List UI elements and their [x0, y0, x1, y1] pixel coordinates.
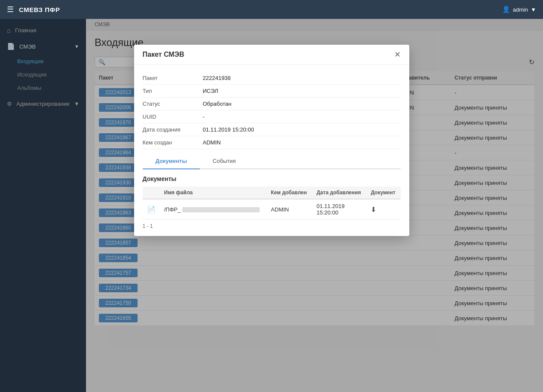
detail-row-status: Статус Обработан	[143, 98, 401, 110]
detail-row-type: Тип ИСЭЛ	[143, 85, 401, 98]
topnav: ☰ СМЕВЗ ПФР 👤 admin ▼	[0, 0, 543, 19]
modal-overlay: Пакет СМЭВ ✕ Пакет 222241938 Тип ИСЭЛ Ст…	[0, 19, 543, 392]
user-name: admin	[513, 6, 528, 13]
pagination-info: 1 - 1	[143, 223, 401, 229]
docs-section: Документы Имя файла Кем добавлен Дата до…	[143, 169, 401, 229]
detail-row-created-by: Кем создан ADMIN	[143, 136, 401, 149]
detail-status-value: Обработан	[203, 101, 232, 107]
docs-section-title: Документы	[143, 175, 401, 182]
doc-addedby: ADMIN	[267, 199, 312, 220]
detail-row-uuid: UUID -	[143, 110, 401, 123]
docs-col-icon	[143, 187, 160, 199]
modal-body: Пакет 222241938 Тип ИСЭЛ Статус Обработа…	[134, 65, 409, 236]
doc-row: 📄 /ПФР_ ADMIN 01.11.201915:20:00 ⬇	[143, 199, 401, 220]
modal-close-button[interactable]: ✕	[394, 51, 401, 58]
detail-uuid-value: -	[203, 113, 205, 120]
doc-filename: /ПФР_	[160, 199, 267, 220]
modal-dialog: Пакет СМЭВ ✕ Пакет 222241938 Тип ИСЭЛ Ст…	[134, 45, 409, 236]
docs-col-addedby: Кем добавлен	[267, 187, 312, 199]
tab-events[interactable]: События	[200, 153, 249, 169]
user-dropdown-icon: ▼	[531, 6, 536, 13]
docs-table: Имя файла Кем добавлен Дата добавления Д…	[143, 187, 401, 220]
detail-packet-value: 222241938	[203, 75, 231, 81]
modal-header: Пакет СМЭВ ✕	[134, 45, 409, 65]
detail-status-label: Статус	[143, 101, 203, 107]
detail-type-label: Тип	[143, 88, 203, 94]
detail-created-date-value: 01.11.2019 15:20:00	[203, 126, 254, 133]
user-menu[interactable]: 👤 admin ▼	[502, 6, 536, 13]
filename-blur	[182, 207, 260, 212]
user-icon: 👤	[502, 6, 510, 13]
detail-packet-label: Пакет	[143, 75, 203, 81]
docs-col-filename: Имя файла	[160, 187, 267, 199]
doc-dateadded: 01.11.201915:20:00	[312, 199, 366, 220]
detail-uuid-label: UUID	[143, 113, 203, 120]
detail-created-date-label: Дата создания	[143, 126, 203, 133]
hamburger-icon[interactable]: ☰	[7, 5, 14, 14]
app-title: СМЕВЗ ПФР	[19, 6, 60, 13]
detail-type-value: ИСЭЛ	[203, 88, 218, 94]
file-icon: 📄	[147, 206, 156, 213]
download-icon[interactable]: ⬇	[371, 206, 376, 213]
modal-title: Пакет СМЭВ	[143, 51, 184, 58]
detail-created-by-label: Кем создан	[143, 139, 203, 146]
doc-download[interactable]: ⬇	[366, 199, 400, 220]
docs-col-document: Документ	[366, 187, 400, 199]
tab-documents[interactable]: Документы	[143, 153, 200, 169]
detail-created-by-value: ADMIN	[203, 139, 221, 146]
detail-row-packet: Пакет 222241938	[143, 72, 401, 85]
detail-row-created-date: Дата создания 01.11.2019 15:20:00	[143, 123, 401, 136]
modal-tabs: Документы События	[143, 153, 401, 169]
docs-col-dateadded: Дата добавления	[312, 187, 366, 199]
